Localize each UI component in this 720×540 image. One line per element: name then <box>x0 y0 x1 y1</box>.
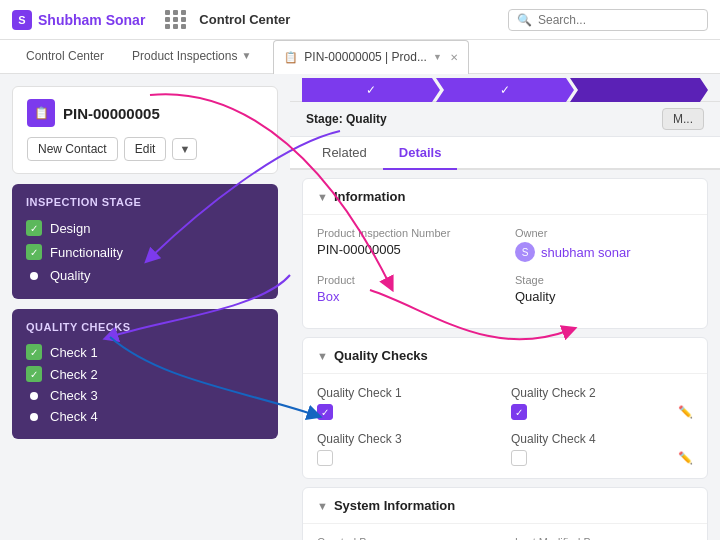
qc-group-3: Quality Check 3 <box>317 432 499 466</box>
system-information-header[interactable]: ▼ System Information <box>303 488 707 524</box>
qc-group-4: Quality Check 4 ✏️ <box>511 432 693 466</box>
quality-item-4: Check 4 <box>26 406 264 427</box>
action-buttons: New Contact Edit ▼ <box>27 137 263 161</box>
progress-step-2: ✓ <box>436 78 574 102</box>
quality-checks-section-title: Quality Checks <box>334 348 428 363</box>
field-last-modified-by: Last Modified By <box>515 536 693 540</box>
progress-step-3 <box>570 78 708 102</box>
quality-label-2: Check 2 <box>50 367 98 382</box>
stage-label-text: Stage: Quality <box>306 112 387 126</box>
stage-dot-quality <box>30 272 38 280</box>
right-panel: ✓ ✓ Stage: Quality M... Related Details <box>290 74 720 540</box>
quality-label-1: Check 1 <box>50 345 98 360</box>
quality-item-3: Check 3 <box>26 385 264 406</box>
inspection-stage-title: Inspection Stage <box>26 196 264 208</box>
qc-row-1: ✓ <box>317 404 499 420</box>
topbar: S Shubham Sonar Control Center 🔍 <box>0 0 720 40</box>
qc-checkbox-2[interactable]: ✓ <box>511 404 527 420</box>
tab-details[interactable]: Details <box>383 137 458 170</box>
content-area: ▼ Information Product Inspection Number … <box>290 170 720 540</box>
owner-name[interactable]: shubham sonar <box>541 245 631 260</box>
stage-label-functionality: Functionality <box>50 245 123 260</box>
stage-check-design: ✓ <box>26 220 42 236</box>
information-section-body: Product Inspection Number PIN-00000005 O… <box>303 215 707 328</box>
stage-value: Quality <box>346 112 387 126</box>
information-section-arrow: ▼ <box>317 191 328 203</box>
tab-pin[interactable]: 📋 PIN-00000005 | Prod... ▼ ✕ <box>273 40 468 74</box>
edit-dropdown-button[interactable]: ▼ <box>172 138 197 160</box>
field-owner: Owner S shubham sonar <box>515 227 693 262</box>
qc-label-3: Quality Check 3 <box>317 432 499 446</box>
navbar: Control Center Product Inspections ▼ 📋 P… <box>0 40 720 74</box>
edit-button[interactable]: Edit <box>124 137 167 161</box>
search-input[interactable] <box>538 13 699 27</box>
system-information-section: ▼ System Information Created By Last Mod… <box>302 487 708 540</box>
qc-row-3 <box>317 450 499 466</box>
stage-prefix: Stage: <box>306 112 346 126</box>
stage-label-quality: Quality <box>50 268 90 283</box>
grid-icon[interactable] <box>165 10 187 29</box>
nav-dropdown-icon[interactable]: ▼ <box>241 50 251 61</box>
record-id-text: PIN-00000005 <box>63 105 160 122</box>
system-field-row: Created By Last Modified By <box>317 536 693 540</box>
qc-checkbox-4[interactable] <box>511 450 527 466</box>
tab-related[interactable]: Related <box>306 137 383 170</box>
quality-dot-3 <box>30 392 38 400</box>
quality-checks-box: Quality checks ✓ Check 1 ✓ Check 2 Check… <box>12 309 278 439</box>
progress-step-1: ✓ <box>302 78 440 102</box>
quality-label-4: Check 4 <box>50 409 98 424</box>
qc-label-2: Quality Check 2 <box>511 386 693 400</box>
app-logo: S Shubham Sonar <box>12 10 145 30</box>
qc-checkbox-1[interactable]: ✓ <box>317 404 333 420</box>
quality-item-1: ✓ Check 1 <box>26 341 264 363</box>
mark-button[interactable]: M... <box>662 108 704 130</box>
qc-checkbox-3[interactable] <box>317 450 333 466</box>
left-panel: 📋 PIN-00000005 New Contact Edit ▼ Inspec… <box>0 74 290 540</box>
app-name: Shubham Sonar <box>38 12 145 28</box>
record-id-header: 📋 PIN-00000005 <box>27 99 263 127</box>
information-section-title: Information <box>334 189 406 204</box>
qc-group-1: Quality Check 1 ✓ <box>317 386 499 420</box>
field-pin-label: Product Inspection Number <box>317 227 495 239</box>
field-product-value[interactable]: Box <box>317 289 339 304</box>
field-owner-label: Owner <box>515 227 693 239</box>
record-icon: 📋 <box>27 99 55 127</box>
field-row-2: Product Box Stage Quality <box>317 274 693 304</box>
qc-edit-4[interactable]: ✏️ <box>678 451 693 465</box>
tab-bar: Related Details <box>290 137 720 170</box>
last-modified-label: Last Modified By <box>515 536 693 540</box>
qc-row-2: ✓ ✏️ <box>511 404 693 420</box>
qc-edit-2[interactable]: ✏️ <box>678 405 693 419</box>
created-by-label: Created By <box>317 536 495 540</box>
tab-icon: 📋 <box>284 51 298 64</box>
field-pin-number: Product Inspection Number PIN-00000005 <box>317 227 495 262</box>
quality-label-3: Check 3 <box>50 388 98 403</box>
stage-item-functionality: ✓ Functionality <box>26 240 264 264</box>
search-bar[interactable]: 🔍 <box>508 9 708 31</box>
field-pin-value: PIN-00000005 <box>317 242 495 257</box>
quality-item-2: ✓ Check 2 <box>26 363 264 385</box>
field-created-by: Created By <box>317 536 495 540</box>
stage-label-bar: Stage: Quality M... <box>290 102 720 137</box>
quality-check-1: ✓ <box>26 344 42 360</box>
tab-close-icon[interactable]: ✕ <box>450 52 458 63</box>
system-information-title: System Information <box>334 498 455 513</box>
quality-checks-section-body: Quality Check 1 ✓ Quality Check 2 ✓ ✏️ <box>303 374 707 478</box>
new-contact-button[interactable]: New Contact <box>27 137 118 161</box>
quality-checks-section-header[interactable]: ▼ Quality Checks <box>303 338 707 374</box>
field-product-label: Product <box>317 274 495 286</box>
qc-group-2: Quality Check 2 ✓ ✏️ <box>511 386 693 420</box>
field-row-1: Product Inspection Number PIN-00000005 O… <box>317 227 693 262</box>
nav-control-center[interactable]: Control Center <box>12 40 118 74</box>
quality-check-2: ✓ <box>26 366 42 382</box>
information-section-header[interactable]: ▼ Information <box>303 179 707 215</box>
system-information-arrow: ▼ <box>317 500 328 512</box>
owner-avatar: S <box>515 242 535 262</box>
inspection-stage-box: Inspection Stage ✓ Design ✓ Functionalit… <box>12 184 278 299</box>
nav-product-inspections[interactable]: Product Inspections ▼ <box>118 40 265 74</box>
field-product: Product Box <box>317 274 495 304</box>
stage-check-functionality: ✓ <box>26 244 42 260</box>
nav-product-inspections-label: Product Inspections <box>132 49 237 63</box>
field-stage-value: Quality <box>515 289 693 304</box>
tab-arrow[interactable]: ▼ <box>433 52 442 62</box>
